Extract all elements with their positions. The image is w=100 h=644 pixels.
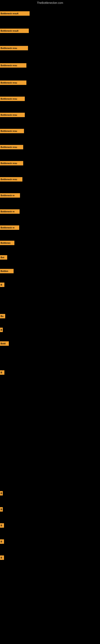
bottleneck-bar-9: Bottleneck resu [0, 161, 23, 166]
bottleneck-bar-6: Bottleneck resu [0, 113, 25, 117]
bottleneck-bar-19: B [0, 328, 3, 332]
bottleneck-bar-22: B [0, 491, 3, 496]
bottleneck-bar-5: Bottleneck resu [0, 96, 25, 101]
bottleneck-bar-4: Bottleneck resu [0, 80, 26, 85]
bottleneck-bar-24: B [0, 523, 4, 528]
bottleneck-bar-25: B [0, 539, 4, 544]
bottleneck-bar-1: Bottleneck result [0, 28, 29, 33]
bottleneck-bar-20: Bottl [0, 341, 9, 346]
bottleneck-bar-13: Bottleneck re [0, 226, 19, 230]
bottleneck-bar-0: Bottleneck result [0, 11, 30, 16]
bottleneck-bar-18: Bo [0, 314, 5, 318]
bottleneck-bar-15: Bot [0, 255, 7, 260]
bottleneck-bar-26: B [0, 556, 4, 560]
bottleneck-bar-2: Bottleneck resu [0, 46, 28, 50]
bottleneck-bar-10: Bottleneck resu [0, 177, 22, 182]
bottleneck-bar-12: Bottleneck re [0, 209, 20, 214]
bottleneck-bar-17: B [0, 282, 4, 287]
bottleneck-bar-23: B [0, 507, 3, 512]
bottleneck-bar-7: Bottleneck resu [0, 129, 24, 133]
bottleneck-bar-14: Bottlenec [0, 241, 14, 245]
site-title: TheBottlenecker.com [0, 0, 100, 6]
bottleneck-bar-11: Bottleneck re [0, 193, 20, 198]
bottleneck-bar-3: Bottleneck resu [0, 63, 26, 68]
bottleneck-bar-8: Bottleneck resu [0, 145, 23, 149]
bottleneck-bar-21: B [0, 370, 4, 375]
bottleneck-bar-16: Bottlen [0, 269, 14, 273]
